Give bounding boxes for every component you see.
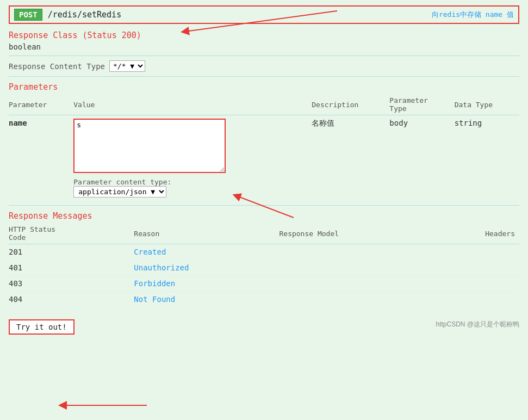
response-messages-table: HTTP Status Code Reason Response Model H… [9, 223, 519, 307]
table-row: 201Created [9, 244, 519, 260]
response-content-type-row: Response Content Type */* ▼ [9, 60, 519, 72]
parameters-table: Parameter Value Description Parameter Ty… [9, 94, 519, 201]
col-reason: Reason [134, 223, 279, 244]
model-cell [279, 244, 436, 260]
headers-cell [436, 260, 519, 276]
status-code-cell: 403 [9, 276, 134, 292]
param-type-cell: body [389, 115, 454, 201]
param-content-type-area: Parameter content type: application/json… [73, 178, 307, 197]
col-headers: Headers [436, 223, 519, 244]
headers-cell [436, 244, 519, 260]
col-http-status: HTTP Status Code [9, 223, 134, 244]
response-class-type: boolean [9, 42, 519, 51]
param-value-cell: s Parameter content type: application/js… [73, 115, 312, 201]
param-name-cell: name [9, 115, 73, 201]
reason-cell: Unauthorized [134, 260, 279, 276]
reason-cell: Forbidden [134, 276, 279, 292]
param-description-cell: 名称值 [312, 115, 389, 201]
status-code-cell: 401 [9, 260, 134, 276]
table-row: 401Unauthorized [9, 260, 519, 276]
bottom-bar: Try it out! httpCSDN @这只是个昵称鸭 [9, 312, 519, 335]
model-cell [279, 276, 436, 292]
reason-cell: Not Found [134, 292, 279, 307]
col-response-model: Response Model [279, 223, 436, 244]
response-content-type-label: Response Content Type [9, 62, 105, 71]
param-content-type-label: Parameter content type: [73, 178, 307, 186]
table-row: 403Forbidden [9, 276, 519, 292]
model-cell [279, 260, 436, 276]
param-value-textarea[interactable]: s [73, 119, 226, 173]
endpoint-bar: POST /redis/setRedis 向redis中存储 name 值 [9, 5, 519, 24]
reason-cell: Created [134, 244, 279, 260]
response-class-section: Response Class (Status 200) boolean [9, 30, 519, 51]
param-datatype-cell: string [455, 115, 519, 201]
col-parameter: Parameter [9, 94, 73, 115]
status-code-cell: 201 [9, 244, 134, 260]
col-data-type: Data Type [455, 94, 519, 115]
method-badge: POST [14, 9, 42, 21]
headers-cell [436, 292, 519, 307]
param-row-name: name s Parameter content type: applicati… [9, 115, 519, 201]
col-parameter-type: Parameter Type [389, 94, 454, 115]
model-cell [279, 292, 436, 307]
endpoint-description: 向redis中存储 name 值 [432, 10, 514, 20]
bottom-right-text: httpCSDN @这只是个昵称鸭 [436, 320, 519, 329]
response-messages-heading: Response Messages [9, 211, 519, 221]
headers-cell [436, 276, 519, 292]
table-row: 404Not Found [9, 292, 519, 307]
col-description: Description [312, 94, 389, 115]
col-value: Value [73, 94, 312, 115]
response-content-type-select[interactable]: */* ▼ [109, 60, 145, 72]
try-it-out-button[interactable]: Try it out! [9, 319, 74, 335]
response-class-heading: Response Class (Status 200) [9, 30, 519, 40]
status-code-cell: 404 [9, 292, 134, 307]
endpoint-path: /redis/setRedis [48, 10, 121, 20]
parameters-heading: Parameters [9, 82, 519, 92]
param-content-type-select[interactable]: application/json ▼ [73, 186, 166, 197]
